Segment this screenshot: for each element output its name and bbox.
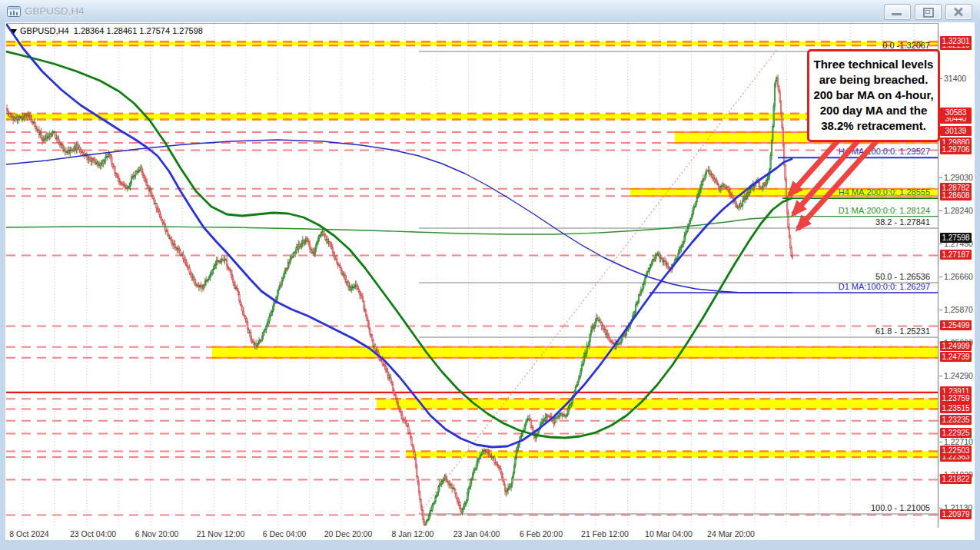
annotation-box[interactable]: Three technical levels are being breache… xyxy=(807,49,940,142)
price-level-badge: 1.22925 xyxy=(940,428,972,438)
yellow-zone xyxy=(406,451,938,457)
price-level-badge: 30583 xyxy=(940,108,972,118)
price-level-badge: 1.24999 xyxy=(940,341,972,351)
time-tick-label: 6 Nov 20:00 xyxy=(135,529,179,538)
annotation-line: 200 bar MA on 4-hour, xyxy=(809,88,938,103)
restore-icon xyxy=(923,8,934,18)
axis-tick-mark xyxy=(939,177,942,178)
annotation-line: Three technical levels xyxy=(809,57,938,72)
symbol-label[interactable]: GBPUSD,H4 xyxy=(20,26,69,35)
minimize-button[interactable] xyxy=(884,4,911,20)
chart-window-icon xyxy=(7,6,21,17)
ma-line-h4-ma-100: H4 MA:100:0:0: 1.29527 xyxy=(6,24,938,447)
axis-tick-mark xyxy=(939,244,942,244)
ma-label: D1 MA:100:0:0: 1.26297 xyxy=(839,282,930,291)
axis-tick-mark xyxy=(939,310,942,310)
price-level-badge: 1.24739 xyxy=(940,352,972,362)
fib-label: 100.0 - 1.21005 xyxy=(871,503,930,512)
annotation-line: 200 day MA and the xyxy=(809,103,938,118)
time-tick-label: 23 Jan 04:00 xyxy=(453,529,500,538)
axis-tick-mark xyxy=(939,277,942,277)
time-tick-label: 20 Dec 20:00 xyxy=(324,529,372,538)
time-tick-label: 6 Feb 20:00 xyxy=(520,529,563,538)
fib-label: 38.2 - 1.27841 xyxy=(875,217,930,227)
time-tick-label: 10 Mar 04:00 xyxy=(645,529,693,538)
yellow-zone xyxy=(212,347,938,358)
window-title: GBPUSD,H4 xyxy=(25,5,85,17)
price-chart-plot[interactable]: D1 MA:200:0:0: 1.28124D1 MA:100:0:0: 1.2… xyxy=(6,23,938,528)
price-level-badge: 1.23515 xyxy=(940,403,972,413)
time-tick-label: 21 Feb 12:00 xyxy=(581,529,629,538)
window-titlebar[interactable]: GBPUSD,H4 xyxy=(0,0,980,23)
time-tick-label: 6 Dec 04:00 xyxy=(263,529,307,538)
price-tick-label: 1.26660 xyxy=(944,272,973,281)
price-level-badge: 1.28608 xyxy=(940,191,972,200)
time-tick-label: 23 Oct 04:00 xyxy=(70,529,116,538)
price-tick-label: 1.28240 xyxy=(944,206,973,215)
price-tick-label: 1.29030 xyxy=(944,173,973,182)
symbol-dropdown-icon[interactable] xyxy=(11,29,17,34)
price-level-badge: 1.23235 xyxy=(940,415,972,425)
time-tick-label: 8 Jan 12:00 xyxy=(392,529,434,538)
current-price-badge: 1.27598 xyxy=(940,233,972,243)
price-tick-label: 1.24290 xyxy=(944,371,973,380)
ohlc-header: GBPUSD,H4 1.28364 1.28461 1.27574 1.2759… xyxy=(11,26,203,35)
price-level-badge: 1.23759 xyxy=(940,393,972,403)
window-controls xyxy=(884,4,972,20)
ma-label: D1 MA:200:0:0: 1.28124 xyxy=(839,206,930,215)
ma-line-h4-ma-200: H4 MA:200:0:0: 1.28555 xyxy=(6,51,938,438)
mt4-chart-window: GBPUSD,H4 D1 MA:200:0:0: 1.28124D1 MA:10… xyxy=(0,0,980,550)
yellow-zone xyxy=(377,399,938,409)
price-level-badge: 1.32301 xyxy=(940,36,972,46)
time-tick-label: 21 Nov 12:00 xyxy=(197,529,244,538)
time-tick-label: 24 Mar 20:00 xyxy=(707,529,755,538)
close-button[interactable] xyxy=(945,4,972,20)
price-level-badge: 1.29706 xyxy=(940,144,972,154)
price-axis[interactable]: 314001.290301.282401.274501.266601.25870… xyxy=(939,23,975,527)
price-level-badge: 1.22503 xyxy=(940,446,972,456)
price-level-badge: 1.20979 xyxy=(940,509,972,519)
axis-tick-mark xyxy=(939,376,942,376)
price-tick-label: 31400 xyxy=(944,74,966,83)
minimize-icon xyxy=(892,13,902,15)
ohlc-values: 1.28364 1.28461 1.27574 1.27598 xyxy=(74,26,203,35)
price-level-badge: 1.27187 xyxy=(940,250,972,260)
restore-button[interactable] xyxy=(915,4,942,20)
fib-label: 50.0 - 1.26536 xyxy=(875,272,930,281)
axis-tick-mark xyxy=(939,210,942,211)
price-level-badge: 1.25499 xyxy=(940,320,972,330)
axis-tick-mark xyxy=(939,442,942,442)
time-axis[interactable]: 8 Oct 202423 Oct 04:006 Nov 20:0021 Nov … xyxy=(6,528,974,540)
annotation-line: 38.2% retracement. xyxy=(809,118,938,134)
fib-label: 61.8 - 1.25231 xyxy=(875,326,930,336)
ma-label: H4 MA:200:0:0: 1.28555 xyxy=(839,187,930,197)
price-level-badge: 30139 xyxy=(940,126,972,136)
annotation-line: are being breached. xyxy=(809,72,938,88)
time-tick-label: 8 Oct 2024 xyxy=(9,529,48,538)
price-level-badge: 1.21822 xyxy=(940,474,972,484)
price-tick-label: 1.25870 xyxy=(944,305,973,314)
support-resistance-bands xyxy=(6,41,938,457)
